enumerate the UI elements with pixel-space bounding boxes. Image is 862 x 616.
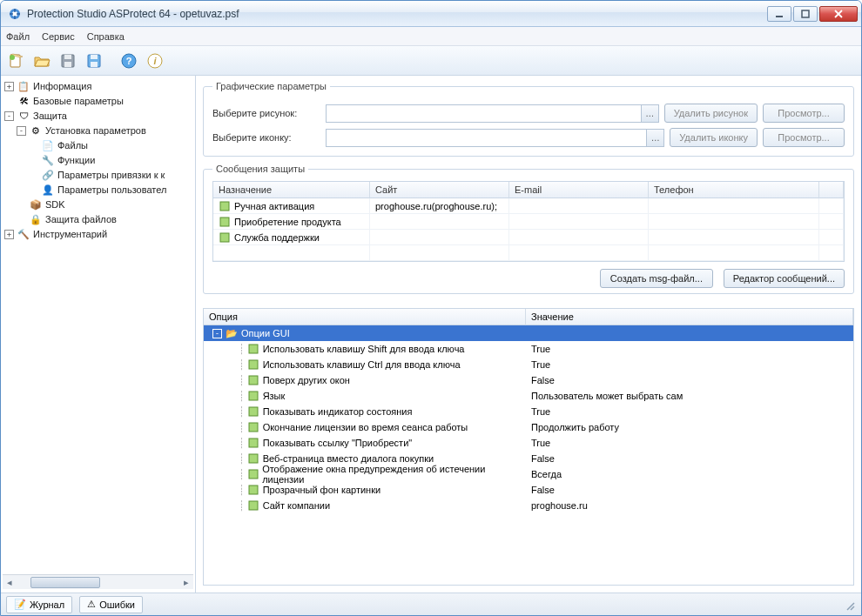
svg-point-5 (10, 55, 15, 60)
tree-protection[interactable]: Защита (33, 109, 67, 124)
option-row[interactable]: ┊Показывать ссылку "Приобрести"True (204, 435, 853, 451)
svg-rect-24 (249, 423, 258, 432)
bind-icon: 🔗 (41, 169, 55, 183)
save-button[interactable] (57, 50, 79, 72)
tree-tools[interactable]: Инструментарий (33, 227, 107, 242)
svg-rect-7 (64, 55, 71, 59)
cube-icon (247, 405, 259, 418)
col-site[interactable]: Сайт (370, 182, 509, 198)
tree-functions[interactable]: Функции (57, 153, 95, 168)
cube-icon (247, 437, 259, 449)
expand-icon[interactable]: + (4, 230, 14, 239)
user-icon: 👤 (41, 184, 55, 198)
messages-grid: Назначение Сайт E-mail Телефон Ручная ак… (212, 181, 845, 262)
option-row[interactable]: ┊Поверх других оконFalse (204, 372, 853, 388)
app-window: Protection Studio ASProtect 64 - opetuva… (0, 0, 862, 616)
graphics-legend: Графические параметры (212, 81, 330, 91)
delete-icon-button[interactable]: Удалить иконку (670, 128, 758, 147)
scroll-right-icon[interactable]: ▸ (179, 576, 193, 589)
pic-field[interactable] (327, 105, 641, 122)
tree-info[interactable]: Информация (33, 79, 91, 94)
tree-fileprotect[interactable]: Защита файлов (45, 212, 117, 227)
menu-service[interactable]: Сервис (42, 31, 75, 42)
nav-tree[interactable]: +📋Информация 🛠Базовые параметры -🛡Защита… (3, 79, 193, 574)
icon-input[interactable]: … (326, 129, 664, 147)
content-area: +📋Информация 🛠Базовые параметры -🛡Защита… (1, 76, 861, 593)
tools-icon: 🔨 (17, 228, 30, 242)
collapse-icon[interactable]: - (212, 329, 222, 338)
delete-pic-button[interactable]: Удалить рисунок (664, 104, 758, 123)
info-button[interactable]: i (144, 50, 166, 72)
errors-icon: ⚠ (87, 599, 96, 610)
browse-icon[interactable]: … (641, 105, 658, 122)
cube-icon (247, 390, 259, 402)
window-title: Protection Studio ASProtect 64 - opetuva… (27, 8, 767, 20)
close-button[interactable] (819, 6, 858, 22)
main-panel: Графические параметры Выберите рисунок: … (196, 76, 861, 593)
tree-baseparams[interactable]: Базовые параметры (33, 94, 124, 109)
option-row[interactable]: ┊Сайт компанииproghouse.ru (204, 498, 853, 513)
table-row[interactable]: Ручная активация proghouse.ru(proghouse.… (213, 198, 844, 214)
maximize-button[interactable] (793, 6, 818, 22)
graphics-group: Графические параметры Выберите рисунок: … (203, 81, 854, 157)
view-icon-button[interactable]: Просмотр... (763, 128, 845, 147)
menu-help[interactable]: Справка (87, 31, 125, 42)
pic-input[interactable]: … (326, 104, 659, 123)
tree-setparams[interactable]: Установка параметров (45, 124, 146, 138)
svg-rect-16 (220, 202, 229, 211)
create-msg-button[interactable]: Создать msg-файл... (600, 269, 713, 288)
minimize-button[interactable] (767, 6, 791, 22)
saveall-button[interactable] (83, 50, 105, 72)
sdk-icon: 📦 (29, 198, 43, 212)
journal-icon: 📝 (14, 599, 26, 610)
cube-icon (219, 231, 231, 244)
journal-tab[interactable]: 📝Журнал (6, 596, 72, 613)
tree-files[interactable]: Файлы (57, 138, 88, 153)
edit-msg-button[interactable]: Редактор сообщений... (724, 269, 845, 288)
col-value[interactable]: Значение (526, 309, 853, 325)
scroll-left-icon[interactable]: ◂ (3, 576, 17, 589)
col-email[interactable]: E-mail (509, 182, 649, 198)
func-icon: 🔧 (41, 154, 55, 168)
tree-userparams[interactable]: Параметры пользовател (57, 183, 166, 198)
svg-rect-28 (249, 485, 258, 494)
messages-legend: Сообщения защиты (212, 164, 308, 174)
menu-file[interactable]: Файл (6, 31, 30, 42)
help-button[interactable]: ? (118, 50, 140, 72)
browse-icon[interactable]: … (646, 130, 663, 146)
options-grid: Опция Значение -📂Опции GUI ┊Использовать… (203, 308, 854, 586)
option-row[interactable]: ┊Прозрачный фон картинкиFalse (204, 482, 853, 498)
option-row[interactable]: ┊Показывать индикатор состоянияTrue (204, 404, 853, 419)
sidebar-scrollbar[interactable]: ◂ ▸ (3, 574, 193, 589)
view-pic-button[interactable]: Просмотр... (763, 104, 845, 123)
open-button[interactable] (30, 50, 53, 72)
option-row[interactable]: ┊Использовать клавишу Shift для ввода кл… (204, 341, 853, 357)
collapse-icon[interactable]: - (4, 111, 14, 121)
expand-icon[interactable]: + (4, 82, 14, 91)
new-button[interactable] (4, 50, 27, 72)
option-row[interactable]: ┊Использовать клавишу Ctrl для ввода клю… (204, 357, 853, 372)
info-icon: 📋 (17, 80, 30, 94)
tree-bindparams[interactable]: Параметры привязки к к (57, 168, 165, 183)
cube-icon (247, 358, 259, 371)
collapse-icon[interactable]: - (17, 126, 26, 136)
scroll-thumb[interactable] (30, 577, 100, 588)
app-icon (8, 7, 22, 21)
col-phone[interactable]: Телефон (649, 182, 819, 198)
tree-sdk[interactable]: SDK (45, 198, 65, 212)
errors-tab[interactable]: ⚠Ошибки (79, 596, 143, 613)
col-spacer (819, 182, 844, 198)
status-bar: 📝Журнал ⚠Ошибки (1, 593, 861, 615)
resize-grip-icon[interactable] (842, 598, 856, 612)
col-option[interactable]: Опция (204, 309, 526, 325)
option-row[interactable]: ┊ЯзыкПользователь может выбрать сам (204, 388, 853, 404)
icon-field[interactable] (327, 130, 646, 146)
option-row[interactable]: ┊Отображение окна предупреждения об исте… (204, 466, 853, 482)
col-dest[interactable]: Назначение (213, 182, 370, 198)
table-row[interactable]: Служба поддержки (213, 230, 844, 245)
messages-group: Сообщения защиты Назначение Сайт E-mail … (203, 164, 854, 294)
option-row[interactable]: ┊Окончание лицензии во время сеанса рабо… (204, 419, 853, 435)
table-row[interactable]: Приобретение продукта (213, 214, 844, 230)
sidebar: +📋Информация 🛠Базовые параметры -🛡Защита… (1, 76, 196, 593)
option-group-row[interactable]: -📂Опции GUI (204, 325, 853, 341)
